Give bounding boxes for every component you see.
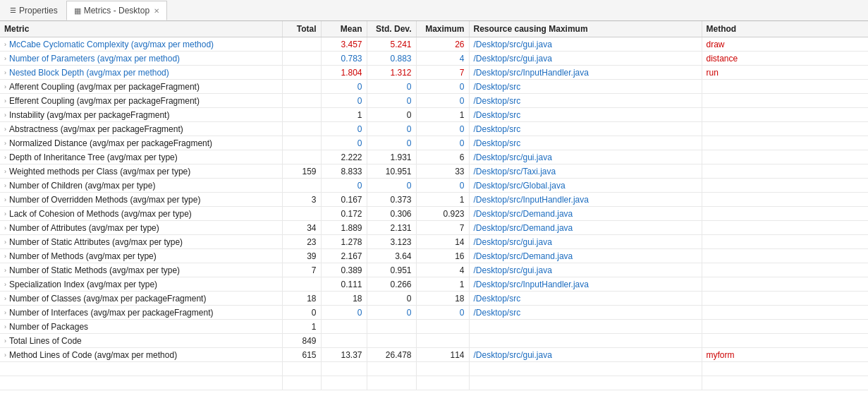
mean-value: 8.833 [321, 164, 367, 179]
expand-arrow[interactable]: › [4, 83, 6, 90]
expand-arrow[interactable]: › [4, 112, 6, 119]
properties-icon: ☰ [10, 6, 16, 14]
expand-arrow[interactable]: › [4, 267, 6, 274]
expand-arrow[interactable]: › [4, 97, 6, 104]
resource-value[interactable]: /Desktop/src/Demand.java [469, 207, 702, 221]
expand-arrow[interactable]: › [4, 168, 6, 175]
expand-arrow[interactable]: › [4, 69, 6, 76]
resource-value[interactable]: /Desktop/src/InputHandler.java [469, 193, 702, 207]
method-value[interactable]: run [702, 66, 868, 80]
metric-name[interactable]: Number of Parameters (avg/max per method… [9, 54, 180, 64]
mean-value: 0.167 [321, 193, 367, 207]
expand-arrow[interactable]: › [4, 309, 6, 316]
close-icon[interactable]: ✕ [154, 7, 159, 15]
method-value[interactable]: distance [702, 52, 868, 66]
metric-name: Lack of Cohesion of Methods (avg/max per… [9, 209, 192, 219]
metric-name[interactable]: McCabe Cyclomatic Complexity (avg/max pe… [9, 40, 214, 49]
tab-metrics-desktop[interactable]: ▦ Metrics - Desktop ✕ [66, 1, 167, 20]
expand-arrow[interactable]: › [4, 323, 6, 330]
table-row: ›Efferent Coupling (avg/max per packageF… [0, 94, 868, 108]
expand-arrow[interactable]: › [4, 253, 6, 260]
total-value [282, 179, 321, 193]
metric-cell: ›Number of Parameters (avg/max per metho… [0, 52, 282, 66]
resource-value[interactable]: /Desktop/src/Taxi.java [469, 164, 702, 179]
method-value [702, 193, 868, 207]
expand-arrow[interactable]: › [4, 281, 6, 288]
total-value [282, 80, 321, 94]
table-container: Metric Total Mean Std. Dev. Maximum Reso… [0, 21, 868, 420]
total-value: 0 [282, 306, 321, 320]
expand-arrow[interactable]: › [4, 352, 6, 359]
resource-value[interactable]: /Desktop/src/gui.java [469, 52, 702, 66]
resource-value[interactable]: /Desktop/src [469, 292, 702, 306]
metric-cell: ›Total Lines of Code [0, 334, 282, 348]
expand-arrow[interactable]: › [4, 239, 6, 246]
mean-value: 0 [321, 80, 367, 94]
method-value [702, 306, 868, 320]
expand-arrow[interactable]: › [4, 140, 6, 147]
metric-name[interactable]: Nested Block Depth (avg/max per method) [9, 68, 169, 78]
method-value [702, 334, 868, 348]
metric-name: Total Lines of Code [9, 336, 82, 346]
metric-name: Number of Children (avg/max per type) [9, 181, 155, 191]
resource-value[interactable]: /Desktop/src/Global.java [469, 179, 702, 193]
maximum-value: 18 [416, 292, 469, 306]
total-value: 159 [282, 164, 321, 179]
table-row: ›Number of Interfaces (avg/max per packa… [0, 306, 868, 320]
resource-value[interactable]: /Desktop/src [469, 80, 702, 94]
resource-value[interactable]: /Desktop/src/InputHandler.java [469, 277, 702, 292]
total-value: 23 [282, 235, 321, 249]
expand-arrow[interactable]: › [4, 196, 6, 203]
method-value[interactable]: draw [702, 37, 868, 52]
resource-value[interactable]: /Desktop/src [469, 136, 702, 150]
stddev-value: 0 [367, 122, 416, 136]
expand-arrow[interactable]: › [4, 126, 6, 133]
resource-value[interactable]: /Desktop/src [469, 108, 702, 122]
tab-properties[interactable]: ☰ Properties [3, 1, 65, 20]
expand-arrow[interactable]: › [4, 210, 6, 217]
expand-arrow[interactable]: › [4, 295, 6, 302]
metric-name: Efferent Coupling (avg/max per packageFr… [9, 96, 200, 106]
resource-value[interactable]: /Desktop/src/gui.java [469, 37, 702, 52]
mean-value: 13.37 [321, 348, 367, 362]
resource-value[interactable]: /Desktop/src/Demand.java [469, 249, 702, 263]
resource-value[interactable]: /Desktop/src/Demand.java [469, 221, 702, 235]
expand-arrow[interactable]: › [4, 224, 6, 232]
stddev-value: 0 [367, 80, 416, 94]
resource-value[interactable]: /Desktop/src/gui.java [469, 348, 702, 362]
method-value [702, 221, 868, 235]
mean-value: 0.172 [321, 207, 367, 221]
resource-value[interactable]: /Desktop/src [469, 122, 702, 136]
method-value [702, 94, 868, 108]
maximum-value: 26 [416, 37, 469, 52]
resource-value[interactable]: /Desktop/src [469, 94, 702, 108]
maximum-value: 0.923 [416, 207, 469, 221]
empty-row [0, 376, 868, 390]
expand-arrow[interactable]: › [4, 337, 6, 344]
stddev-value [367, 334, 416, 348]
total-value [282, 122, 321, 136]
maximum-value [416, 334, 469, 348]
maximum-value: 0 [416, 94, 469, 108]
maximum-value: 4 [416, 263, 469, 277]
resource-value[interactable]: /Desktop/src/InputHandler.java [469, 66, 702, 80]
maximum-value: 0 [416, 306, 469, 320]
expand-arrow[interactable]: › [4, 55, 6, 62]
metric-cell: ›Abstractness (avg/max per packageFragme… [0, 122, 282, 136]
expand-arrow[interactable]: › [4, 182, 6, 189]
total-value [282, 150, 321, 164]
table-row: ›Number of Parameters (avg/max per metho… [0, 52, 868, 66]
resource-value[interactable]: /Desktop/src/gui.java [469, 263, 702, 277]
resource-value[interactable]: /Desktop/src [469, 306, 702, 320]
stddev-value: 0.951 [367, 263, 416, 277]
stddev-value [367, 320, 416, 334]
maximum-value: 7 [416, 221, 469, 235]
resource-value[interactable]: /Desktop/src/gui.java [469, 150, 702, 164]
resource-value[interactable]: /Desktop/src/gui.java [469, 235, 702, 249]
method-value[interactable]: myform [702, 348, 868, 362]
metrics-table: Metric Total Mean Std. Dev. Maximum Reso… [0, 21, 868, 390]
table-row: ›Nested Block Depth (avg/max per method)… [0, 66, 868, 80]
expand-arrow[interactable]: › [4, 154, 6, 161]
metric-name: Number of Attributes (avg/max per type) [9, 223, 159, 233]
expand-arrow[interactable]: › [4, 41, 6, 48]
